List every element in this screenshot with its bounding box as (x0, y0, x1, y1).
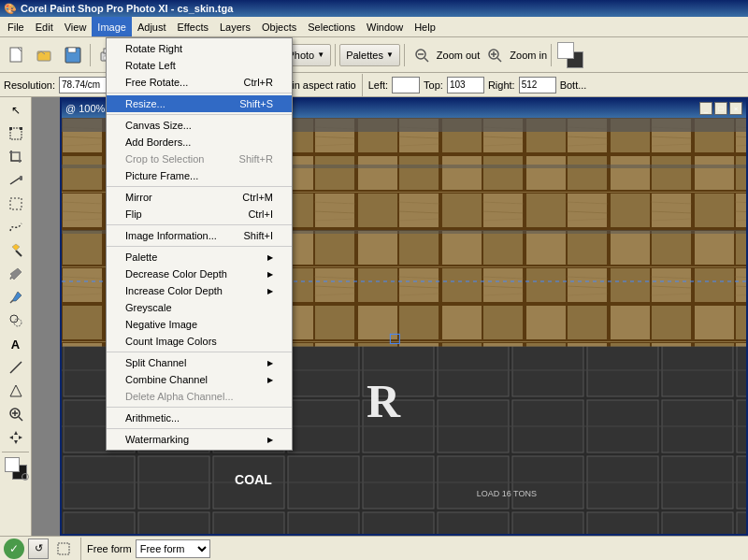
confirm-btn[interactable]: ✓ (4, 538, 24, 559)
save-btn[interactable] (60, 42, 86, 68)
increase-color-label: Increase Color Depth (125, 285, 223, 296)
combine-channel-arrow: ▶ (267, 376, 273, 384)
tool-pan[interactable] (3, 426, 29, 449)
palettes-btn[interactable]: Palettes ▼ (339, 44, 400, 66)
menu-help[interactable]: Help (409, 17, 441, 36)
menu-image-info[interactable]: Image Information... Shift+I (107, 227, 292, 244)
menu-image[interactable]: Image (92, 17, 132, 36)
tool-clone[interactable] (3, 309, 29, 332)
restore-btn[interactable]: □ (714, 102, 727, 115)
divider-1 (107, 93, 292, 93)
menu-combine-channel[interactable]: Combine Channel ▶ (107, 371, 292, 388)
menu-add-borders[interactable]: Add Borders... (107, 134, 292, 151)
menu-free-rotate[interactable]: Free Rotate... Ctrl+R (107, 74, 292, 91)
menu-resize[interactable]: Resize... Shift+S (107, 95, 292, 112)
tool-arrow[interactable]: ↖ (3, 99, 29, 122)
refresh-btn[interactable]: ↺ (28, 538, 49, 559)
mirror-shortcut: Ctrl+M (242, 192, 273, 203)
free-form-select[interactable]: Free form (136, 539, 210, 558)
menu-view[interactable]: View (59, 17, 93, 36)
negative-image-label: Negative Image (125, 319, 197, 330)
right-input[interactable] (519, 77, 556, 93)
new-btn[interactable] (4, 42, 30, 68)
menu-selections[interactable]: Selections (302, 17, 361, 36)
menu-adjust[interactable]: Adjust (132, 17, 172, 36)
toolbox-divider (2, 452, 29, 452)
menu-picture-frame[interactable]: Picture Frame... (107, 167, 292, 184)
toolbar-sep-5 (404, 44, 405, 66)
tool-crop[interactable] (3, 146, 29, 168)
tool-paint[interactable] (3, 286, 29, 309)
menu-mirror[interactable]: Mirror Ctrl+M (107, 189, 292, 206)
arithmetic-label: Arithmetic... (125, 412, 180, 424)
menu-flip[interactable]: Flip Ctrl+I (107, 206, 292, 223)
flip-label: Flip (125, 208, 142, 220)
top-input[interactable] (447, 77, 484, 93)
menu-increase-color[interactable]: Increase Color Depth ▶ (107, 282, 292, 299)
menu-palette[interactable]: Palette ▶ (107, 249, 292, 266)
divider-2 (107, 114, 292, 115)
menu-canvas-size[interactable]: Canvas Size... (107, 117, 292, 134)
menu-edit[interactable]: Edit (30, 17, 59, 36)
inner-window-controls: _ □ × (699, 102, 742, 115)
crop-to-selection-label: Crop to Selection (125, 153, 204, 165)
menu-window[interactable]: Window (361, 17, 409, 36)
divider-4 (107, 224, 292, 225)
color-swatches[interactable] (557, 42, 583, 68)
decrease-color-arrow: ▶ (267, 270, 273, 279)
tool-draw[interactable] (3, 356, 29, 379)
menu-delete-alpha[interactable]: Delete Alpha Channel... (107, 388, 292, 405)
image-info-shortcut: Shift+I (244, 230, 274, 241)
tool-magic-wand[interactable] (3, 239, 29, 262)
divider-8 (107, 428, 292, 429)
flip-shortcut: Ctrl+I (248, 208, 273, 220)
menu-decrease-color[interactable]: Decrease Color Depth ▶ (107, 266, 292, 282)
open-btn[interactable] (32, 42, 58, 68)
menu-file[interactable]: File (2, 17, 30, 36)
tool-dropper[interactable] (3, 263, 29, 285)
menu-negative-image[interactable]: Negative Image (107, 316, 292, 333)
menu-rotate-right[interactable]: Rotate Right (107, 40, 292, 57)
menu-rotate-left[interactable]: Rotate Left (107, 57, 292, 74)
rotate-right-label: Rotate Right (125, 43, 182, 54)
right-label: Right: (488, 79, 515, 91)
menu-crop-to-selection[interactable]: Crop to Selection Shift+R (107, 151, 292, 167)
zoom-in-btn[interactable] (482, 42, 508, 68)
menu-layers[interactable]: Layers (214, 17, 256, 36)
greyscale-label: Greyscale (125, 302, 172, 313)
tool-deform[interactable] (3, 122, 29, 145)
menu-count-colors[interactable]: Count Image Colors (107, 333, 292, 350)
zoom-in-label: Zoom in (510, 50, 547, 61)
palettes-label: Palettes (346, 50, 383, 61)
svg-marker-26 (10, 385, 22, 396)
menu-arithmetic[interactable]: Arithmetic... (107, 409, 292, 426)
title-text: Corel Paint Shop Pro Photo XI - cs_skin.… (21, 3, 233, 14)
toolbar2-sep-3 (362, 74, 363, 96)
minimize-btn[interactable]: _ (699, 102, 712, 115)
toolbar-sep-6 (551, 44, 552, 66)
close-btn[interactable]: × (729, 102, 742, 115)
zoom-out-btn[interactable] (409, 42, 435, 68)
tool-straighten[interactable] (3, 169, 29, 192)
svg-line-21 (16, 251, 22, 256)
left-label: Left: (368, 79, 388, 91)
menu-effects[interactable]: Effects (172, 17, 214, 36)
bottom-tool-btn[interactable] (52, 538, 75, 560)
svg-text:COAL: COAL (235, 472, 272, 487)
tool-zoom[interactable] (3, 403, 29, 425)
tool-selection[interactable] (3, 193, 29, 215)
menu-greyscale[interactable]: Greyscale (107, 299, 292, 316)
resize-shortcut: Shift+S (239, 98, 273, 109)
tool-freehand[interactable] (3, 216, 29, 238)
split-channel-label: Split Channel (125, 357, 186, 368)
svg-line-12 (497, 58, 501, 62)
tool-text[interactable]: A (3, 333, 29, 355)
toolbar-sep-4 (335, 44, 336, 66)
menu-split-channel[interactable]: Split Channel ▶ (107, 354, 292, 371)
menu-watermarking[interactable]: Watermarking ▶ (107, 431, 292, 448)
color-picker[interactable] (5, 457, 27, 480)
menu-objects[interactable]: Objects (256, 17, 302, 36)
left-input[interactable] (392, 77, 420, 93)
tool-shapes[interactable] (3, 380, 29, 402)
bottom-label: Bott... (560, 79, 587, 91)
